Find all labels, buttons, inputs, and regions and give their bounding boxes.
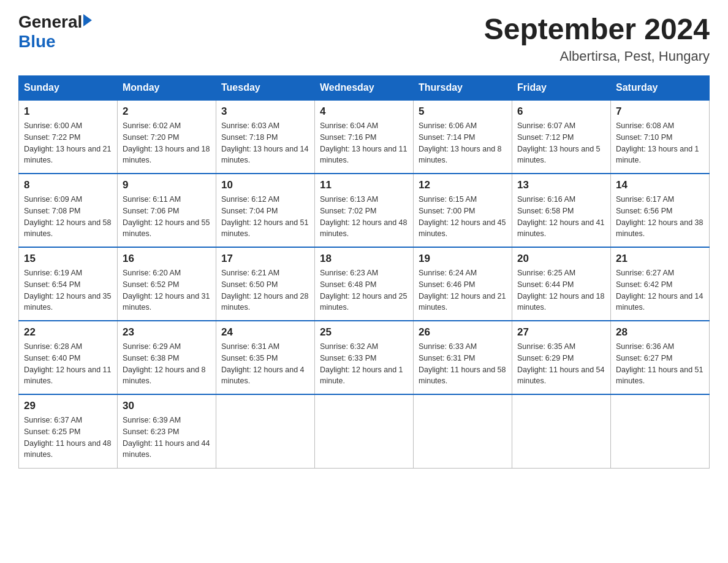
calendar-day-cell (611, 394, 710, 468)
day-info: Sunrise: 6:04 AMSunset: 7:16 PMDaylight:… (320, 120, 408, 166)
weekday-header-cell: Wednesday (315, 76, 414, 101)
weekday-header-cell: Monday (118, 76, 216, 101)
day-info: Sunrise: 6:36 AMSunset: 6:27 PMDaylight:… (616, 341, 704, 387)
day-number: 13 (517, 179, 605, 191)
calendar-day-cell: 14Sunrise: 6:17 AMSunset: 6:56 PMDayligh… (611, 174, 710, 247)
calendar-day-cell: 2Sunrise: 6:02 AMSunset: 7:20 PMDaylight… (118, 100, 216, 174)
day-number: 23 (123, 326, 211, 339)
calendar-day-cell: 23Sunrise: 6:29 AMSunset: 6:38 PMDayligh… (118, 321, 216, 394)
calendar-day-cell: 5Sunrise: 6:06 AMSunset: 7:14 PMDaylight… (414, 100, 512, 174)
calendar-day-cell: 22Sunrise: 6:28 AMSunset: 6:40 PMDayligh… (19, 321, 118, 394)
day-info: Sunrise: 6:06 AMSunset: 7:14 PMDaylight:… (419, 120, 507, 166)
title-block: September 2024 Albertirsa, Pest, Hungary (484, 12, 710, 64)
calendar-day-cell: 28Sunrise: 6:36 AMSunset: 6:27 PMDayligh… (611, 321, 710, 394)
weekday-header-cell: Thursday (414, 76, 512, 101)
day-number: 19 (419, 253, 507, 265)
day-number: 20 (517, 253, 605, 265)
day-number: 22 (24, 326, 112, 339)
day-number: 1 (24, 105, 112, 118)
day-number: 29 (24, 400, 112, 412)
day-info: Sunrise: 6:28 AMSunset: 6:40 PMDaylight:… (24, 341, 112, 387)
day-info: Sunrise: 6:16 AMSunset: 6:58 PMDaylight:… (517, 194, 605, 240)
calendar-day-cell: 3Sunrise: 6:03 AMSunset: 7:18 PMDaylight… (216, 100, 315, 174)
calendar-day-cell: 27Sunrise: 6:35 AMSunset: 6:29 PMDayligh… (512, 321, 611, 394)
day-number: 14 (616, 179, 704, 191)
day-number: 27 (517, 326, 605, 339)
weekday-header-cell: Friday (512, 76, 611, 101)
day-info: Sunrise: 6:31 AMSunset: 6:35 PMDaylight:… (221, 341, 309, 387)
weekday-header-row: SundayMondayTuesdayWednesdayThursdayFrid… (19, 76, 710, 101)
calendar-subtitle: Albertirsa, Pest, Hungary (484, 48, 710, 64)
day-number: 17 (221, 253, 309, 265)
day-info: Sunrise: 6:02 AMSunset: 7:20 PMDaylight:… (123, 120, 211, 166)
day-info: Sunrise: 6:29 AMSunset: 6:38 PMDaylight:… (123, 341, 211, 387)
day-info: Sunrise: 6:00 AMSunset: 7:22 PMDaylight:… (24, 120, 112, 166)
day-info: Sunrise: 6:21 AMSunset: 6:50 PMDaylight:… (221, 267, 309, 313)
calendar-body: 1Sunrise: 6:00 AMSunset: 7:22 PMDaylight… (19, 100, 710, 468)
calendar-day-cell: 26Sunrise: 6:33 AMSunset: 6:31 PMDayligh… (414, 321, 512, 394)
day-info: Sunrise: 6:17 AMSunset: 6:56 PMDaylight:… (616, 194, 704, 240)
day-info: Sunrise: 6:11 AMSunset: 7:06 PMDaylight:… (123, 194, 211, 240)
day-info: Sunrise: 6:13 AMSunset: 7:02 PMDaylight:… (320, 194, 408, 240)
calendar-day-cell: 9Sunrise: 6:11 AMSunset: 7:06 PMDaylight… (118, 174, 216, 247)
calendar-title: September 2024 (484, 12, 710, 46)
calendar-day-cell: 30Sunrise: 6:39 AMSunset: 6:23 PMDayligh… (118, 394, 216, 468)
calendar-week-row: 22Sunrise: 6:28 AMSunset: 6:40 PMDayligh… (19, 321, 710, 394)
calendar-table: SundayMondayTuesdayWednesdayThursdayFrid… (18, 75, 710, 469)
calendar-day-cell: 18Sunrise: 6:23 AMSunset: 6:48 PMDayligh… (315, 247, 414, 321)
calendar-day-cell: 15Sunrise: 6:19 AMSunset: 6:54 PMDayligh… (19, 247, 118, 321)
day-number: 28 (616, 326, 704, 339)
day-number: 15 (24, 253, 112, 265)
day-number: 9 (123, 179, 211, 191)
day-number: 12 (419, 179, 507, 191)
calendar-day-cell: 19Sunrise: 6:24 AMSunset: 6:46 PMDayligh… (414, 247, 512, 321)
day-number: 5 (419, 105, 507, 118)
calendar-day-cell: 8Sunrise: 6:09 AMSunset: 7:08 PMDaylight… (19, 174, 118, 247)
day-info: Sunrise: 6:33 AMSunset: 6:31 PMDaylight:… (419, 341, 507, 387)
day-number: 16 (123, 253, 211, 265)
day-number: 8 (24, 179, 112, 191)
calendar-day-cell: 12Sunrise: 6:15 AMSunset: 7:00 PMDayligh… (414, 174, 512, 247)
logo-general: General (18, 12, 82, 32)
day-info: Sunrise: 6:15 AMSunset: 7:00 PMDaylight:… (419, 194, 507, 240)
day-number: 24 (221, 326, 309, 339)
day-info: Sunrise: 6:27 AMSunset: 6:42 PMDaylight:… (616, 267, 704, 313)
day-info: Sunrise: 6:19 AMSunset: 6:54 PMDaylight:… (24, 267, 112, 313)
calendar-day-cell: 11Sunrise: 6:13 AMSunset: 7:02 PMDayligh… (315, 174, 414, 247)
logo: General Blue (18, 12, 92, 52)
day-number: 7 (616, 105, 704, 118)
calendar-day-cell: 10Sunrise: 6:12 AMSunset: 7:04 PMDayligh… (216, 174, 315, 247)
calendar-week-row: 8Sunrise: 6:09 AMSunset: 7:08 PMDaylight… (19, 174, 710, 247)
day-number: 6 (517, 105, 605, 118)
calendar-day-cell (512, 394, 611, 468)
day-info: Sunrise: 6:39 AMSunset: 6:23 PMDaylight:… (123, 415, 211, 461)
calendar-week-row: 1Sunrise: 6:00 AMSunset: 7:22 PMDaylight… (19, 100, 710, 174)
day-number: 18 (320, 253, 408, 265)
calendar-day-cell: 25Sunrise: 6:32 AMSunset: 6:33 PMDayligh… (315, 321, 414, 394)
calendar-week-row: 15Sunrise: 6:19 AMSunset: 6:54 PMDayligh… (19, 247, 710, 321)
calendar-day-cell: 21Sunrise: 6:27 AMSunset: 6:42 PMDayligh… (611, 247, 710, 321)
day-info: Sunrise: 6:23 AMSunset: 6:48 PMDaylight:… (320, 267, 408, 313)
logo-arrow-icon (83, 14, 92, 26)
day-info: Sunrise: 6:09 AMSunset: 7:08 PMDaylight:… (24, 194, 112, 240)
page-header: General Blue September 2024 Albertirsa, … (18, 12, 710, 64)
day-number: 26 (419, 326, 507, 339)
day-info: Sunrise: 6:37 AMSunset: 6:25 PMDaylight:… (24, 415, 112, 461)
day-number: 2 (123, 105, 211, 118)
calendar-day-cell: 7Sunrise: 6:08 AMSunset: 7:10 PMDaylight… (611, 100, 710, 174)
calendar-day-cell (315, 394, 414, 468)
day-info: Sunrise: 6:32 AMSunset: 6:33 PMDaylight:… (320, 341, 408, 387)
calendar-day-cell: 1Sunrise: 6:00 AMSunset: 7:22 PMDaylight… (19, 100, 118, 174)
calendar-day-cell: 20Sunrise: 6:25 AMSunset: 6:44 PMDayligh… (512, 247, 611, 321)
day-number: 4 (320, 105, 408, 118)
day-number: 30 (123, 400, 211, 412)
day-number: 10 (221, 179, 309, 191)
calendar-day-cell: 16Sunrise: 6:20 AMSunset: 6:52 PMDayligh… (118, 247, 216, 321)
day-info: Sunrise: 6:25 AMSunset: 6:44 PMDaylight:… (517, 267, 605, 313)
day-info: Sunrise: 6:03 AMSunset: 7:18 PMDaylight:… (221, 120, 309, 166)
weekday-header-cell: Tuesday (216, 76, 315, 101)
day-number: 25 (320, 326, 408, 339)
day-number: 3 (221, 105, 309, 118)
weekday-header-cell: Saturday (611, 76, 710, 101)
weekday-header-cell: Sunday (19, 76, 118, 101)
